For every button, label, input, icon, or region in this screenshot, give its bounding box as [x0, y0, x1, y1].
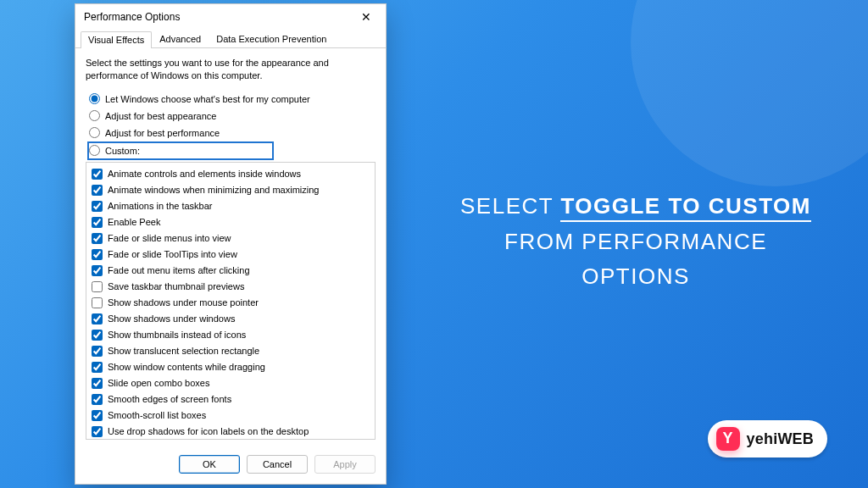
option-row[interactable]: Fade or slide menus into view: [92, 230, 370, 247]
callout-pre: SELECT: [460, 193, 560, 219]
option-label: Enable Peek: [108, 217, 160, 227]
radio-row[interactable]: Custom:: [87, 141, 274, 160]
option-checkbox[interactable]: [92, 233, 103, 244]
close-icon: ✕: [361, 11, 371, 23]
option-row[interactable]: Smooth-scroll list boxes: [92, 408, 370, 424]
option-row[interactable]: Slide open combo boxes: [92, 375, 370, 391]
radio-row[interactable]: Let Windows choose what's best for my co…: [87, 91, 376, 108]
option-row[interactable]: Enable Peek: [92, 214, 370, 230]
option-row[interactable]: Use drop shadows for icon labels on the …: [92, 424, 370, 440]
option-label: Animate controls and elements inside win…: [108, 169, 301, 179]
cancel-button[interactable]: Cancel: [247, 455, 308, 474]
dialog-buttons: OK Cancel Apply: [75, 445, 386, 484]
option-checkbox[interactable]: [92, 378, 103, 389]
callout-line-2: FROM PERFORMANCE: [449, 226, 822, 257]
tab-label: Advanced: [159, 34, 201, 44]
callout-line-3: OPTIONS: [449, 261, 822, 291]
option-checkbox[interactable]: [92, 410, 103, 421]
option-label: Smooth edges of screen fonts: [108, 394, 231, 404]
option-checkbox[interactable]: [92, 169, 103, 180]
brand-text-b: WEB: [777, 430, 814, 448]
option-checkbox[interactable]: [92, 281, 103, 292]
option-row[interactable]: Animate controls and elements inside win…: [92, 166, 370, 182]
radio-group: Let Windows choose what's best for my co…: [87, 91, 376, 160]
option-label: Animate windows when minimizing and maxi…: [108, 185, 319, 195]
radio-label: Adjust for best performance: [105, 128, 220, 138]
instruction-text: Select the settings you want to use for …: [86, 57, 376, 82]
background-circle: [631, 0, 868, 186]
tab-visual-effects[interactable]: Visual Effects: [81, 31, 152, 48]
apply-button[interactable]: Apply: [314, 455, 376, 474]
option-label: Save taskbar thumbnail previews: [108, 281, 244, 291]
brand-text-a: yehi: [747, 430, 778, 448]
radio-input[interactable]: [89, 93, 100, 104]
option-checkbox[interactable]: [92, 249, 103, 260]
option-row[interactable]: Show shadows under mouse pointer: [92, 295, 370, 311]
tab-dep[interactable]: Data Execution Prevention: [209, 30, 334, 47]
option-row[interactable]: Fade or slide ToolTips into view: [92, 247, 370, 263]
option-row[interactable]: Fade out menu items after clicking: [92, 263, 370, 279]
radio-label: Adjust for best appearance: [105, 111, 216, 121]
option-row[interactable]: Animate windows when minimizing and maxi…: [92, 182, 370, 198]
option-checkbox[interactable]: [92, 185, 103, 196]
radio-input[interactable]: [89, 145, 100, 156]
option-checkbox[interactable]: [92, 217, 103, 228]
option-row[interactable]: Show translucent selection rectangle: [92, 343, 370, 359]
option-row[interactable]: Show window contents while dragging: [92, 359, 370, 375]
brand-text: yehiWEB: [747, 430, 814, 448]
radio-input[interactable]: [89, 110, 100, 121]
performance-options-dialog: Performance Options ✕ Visual Effects Adv…: [75, 3, 387, 485]
brand-badge: Y yehiWEB: [708, 420, 827, 458]
dialog-title: Performance Options: [84, 11, 180, 23]
option-label: Use drop shadows for icon labels on the …: [108, 426, 309, 436]
option-row[interactable]: Smooth edges of screen fonts: [92, 391, 370, 408]
option-label: Animations in the taskbar: [108, 201, 213, 211]
option-checkbox[interactable]: [92, 201, 103, 212]
option-row[interactable]: Save taskbar thumbnail previews: [92, 279, 370, 295]
option-checkbox[interactable]: [92, 265, 103, 276]
option-checkbox[interactable]: [92, 394, 103, 405]
tab-label: Data Execution Prevention: [216, 34, 326, 44]
callout-underline: TOGGLE TO CUSTOM: [560, 193, 811, 222]
brand-logo-letter: Y: [723, 430, 733, 447]
option-checkbox[interactable]: [92, 330, 103, 341]
radio-row[interactable]: Adjust for best appearance: [87, 108, 376, 125]
radio-input[interactable]: [89, 127, 100, 138]
option-label: Slide open combo boxes: [108, 378, 209, 388]
option-label: Show translucent selection rectangle: [108, 346, 259, 356]
option-label: Show window contents while dragging: [108, 362, 265, 372]
titlebar: Performance Options ✕: [75, 4, 386, 30]
option-label: Show thumbnails instead of icons: [108, 330, 246, 340]
tab-label: Visual Effects: [88, 35, 144, 45]
option-checkbox[interactable]: [92, 313, 103, 324]
option-label: Fade or slide ToolTips into view: [108, 249, 237, 259]
option-row[interactable]: Animations in the taskbar: [92, 198, 370, 214]
option-row[interactable]: Show shadows under windows: [92, 311, 370, 327]
stage: Performance Options ✕ Visual Effects Adv…: [0, 0, 868, 488]
option-label: Fade or slide menus into view: [108, 233, 231, 243]
radio-label: Custom:: [105, 146, 140, 156]
radio-label: Let Windows choose what's best for my co…: [105, 94, 310, 104]
option-checkbox[interactable]: [92, 426, 103, 437]
option-checkbox[interactable]: [92, 297, 103, 308]
tab-advanced[interactable]: Advanced: [152, 30, 209, 47]
option-row[interactable]: Show thumbnails instead of icons: [92, 327, 370, 343]
ok-button[interactable]: OK: [179, 455, 240, 474]
visual-effects-panel: Select the settings you want to use for …: [75, 48, 386, 445]
radio-row[interactable]: Adjust for best performance: [87, 125, 376, 141]
effects-checkbox-list[interactable]: Animate controls and elements inside win…: [86, 162, 376, 440]
option-label: Show shadows under mouse pointer: [108, 297, 259, 308]
option-label: Smooth-scroll list boxes: [108, 410, 206, 420]
tabstrip: Visual Effects Advanced Data Execution P…: [75, 30, 386, 48]
option-checkbox[interactable]: [92, 362, 103, 373]
callout-line-1: SELECT TOGGLE TO CUSTOM: [449, 191, 822, 221]
instruction-callout: SELECT TOGGLE TO CUSTOM FROM PERFORMANCE…: [449, 191, 822, 291]
brand-logo-icon: Y: [716, 427, 740, 451]
option-label: Show shadows under windows: [108, 313, 235, 324]
option-checkbox[interactable]: [92, 346, 103, 357]
option-label: Fade out menu items after clicking: [108, 265, 250, 275]
close-button[interactable]: ✕: [353, 8, 379, 26]
